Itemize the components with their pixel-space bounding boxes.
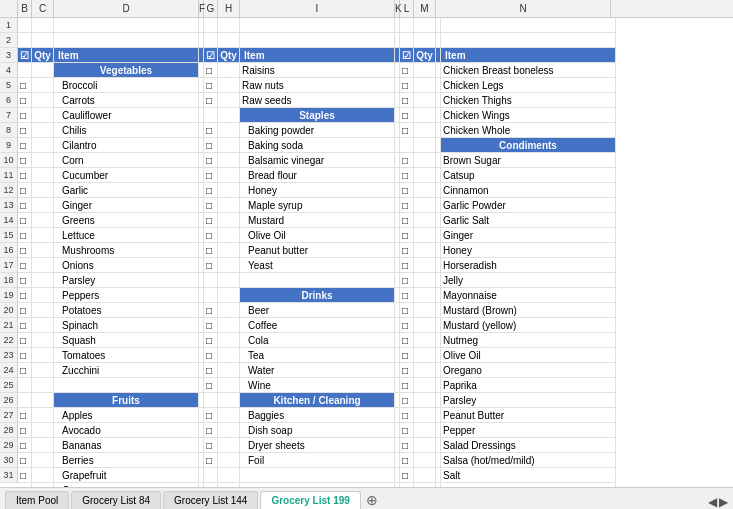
tab-bar: Item Pool Grocery List 84 Grocery List 1… bbox=[0, 487, 733, 509]
col-header-b: B bbox=[18, 0, 32, 17]
col-header-f: G bbox=[204, 0, 218, 17]
table-row: □ Avocado □ Dish soap □ Pepper bbox=[18, 423, 733, 438]
table-row: ☑ Qty Item ☑ Qty Item ☑ Qty Item bbox=[18, 48, 733, 63]
col-header-d: D bbox=[54, 0, 199, 17]
drinks-header: Drinks bbox=[240, 288, 395, 303]
table-row: □ Carrots □ Raw seeds □ Chicken Thighs bbox=[18, 93, 733, 108]
table-row: □ Garlic □ Honey □ Cinnamon bbox=[18, 183, 733, 198]
col-header-c: C bbox=[32, 0, 54, 17]
table-row: □ Spinach □ Coffee □ Mustard (yellow) bbox=[18, 318, 733, 333]
table-row: □ Tomatoes □ Tea □ Olive Oil bbox=[18, 348, 733, 363]
col2-check-header: ☑ bbox=[204, 48, 218, 63]
tab-grocery-144[interactable]: Grocery List 144 bbox=[163, 491, 258, 509]
table-row: □ Bananas □ Dryer sheets □ Salad Dressin… bbox=[18, 438, 733, 453]
col-header-l: M bbox=[414, 0, 436, 17]
table-row: □ Cauliflower Staples □ Chicken Wings bbox=[18, 108, 733, 123]
table-row: Vegetables □ Raisins □ Chicken Breast bo… bbox=[18, 63, 733, 78]
add-tab-button[interactable]: ⊕ bbox=[363, 491, 381, 509]
table-row: □ Berries □ Foil □ Salsa (hot/med/mild) bbox=[18, 453, 733, 468]
vegetables-header: Vegetables bbox=[54, 63, 199, 78]
col-header-h: I bbox=[240, 0, 395, 17]
tab-scroll-right[interactable]: ▶ bbox=[719, 495, 728, 509]
table-row: □ Peppers Drinks □ Mayonnaise bbox=[18, 288, 733, 303]
col-header-g: H bbox=[218, 0, 240, 17]
tab-grocery-84[interactable]: Grocery List 84 bbox=[71, 491, 161, 509]
table-row: □ Greens □ Mustard □ Garlic Salt bbox=[18, 213, 733, 228]
fruits-header: Fruits bbox=[54, 393, 199, 408]
table-row: □ Mushrooms □ Peanut butter □ Honey bbox=[18, 243, 733, 258]
tab-item-pool[interactable]: Item Pool bbox=[5, 491, 69, 509]
col3-check-header: ☑ bbox=[400, 48, 414, 63]
table-row: □ Ginger □ Maple syrup □ Garlic Powder bbox=[18, 198, 733, 213]
table-row: □ Wine □ Paprika bbox=[18, 378, 733, 393]
col-header-k: L bbox=[400, 0, 414, 17]
table-row: □ Apples □ Baggies □ Peanut Butter bbox=[18, 408, 733, 423]
table-row: Fruits Kitchen / Cleaning □ Parsley bbox=[18, 393, 733, 408]
table-row: □ Potatoes □ Beer □ Mustard (Brown) bbox=[18, 303, 733, 318]
spreadsheet: B C D F G H I K L M N 1 2 3 4 5 6 7 8 9 … bbox=[0, 0, 733, 509]
col1-check-header: ☑ bbox=[18, 48, 32, 63]
col3-qty-header: Qty bbox=[414, 48, 436, 63]
table-row: □ Cucumber □ Bread flour □ Catsup bbox=[18, 168, 733, 183]
tab-scroll-controls: ◀ ▶ bbox=[708, 495, 733, 509]
condiments-header: Condiments bbox=[441, 138, 616, 153]
kitchen-header: Kitchen / Cleaning bbox=[240, 393, 395, 408]
table-row: □ Cilantro □ Baking soda Condiments bbox=[18, 138, 733, 153]
col1-qty-header: Qty bbox=[32, 48, 54, 63]
col2-qty-header: Qty bbox=[218, 48, 240, 63]
table-row: □ Lettuce □ Olive Oil □ Ginger bbox=[18, 228, 733, 243]
row-numbers: 1 2 3 4 5 6 7 8 9 10 11 12 13 14 15 16 1… bbox=[0, 18, 18, 487]
tab-scroll-left[interactable]: ◀ bbox=[708, 495, 717, 509]
table-row: □ Squash □ Cola □ Nutmeg bbox=[18, 333, 733, 348]
table-row bbox=[18, 18, 733, 33]
table-row: □ Corn □ Balsamic vinegar □ Brown Sugar bbox=[18, 153, 733, 168]
table-row: □ Onions □ Yeast □ Horseradish bbox=[18, 258, 733, 273]
col1-item-header: Item bbox=[54, 48, 199, 63]
grid-rows: ☑ Qty Item ☑ Qty Item ☑ Qty Item Vegetab… bbox=[18, 18, 733, 487]
table-row: □ Chilis □ Baking powder □ Chicken Whole bbox=[18, 123, 733, 138]
col-header-n: N bbox=[436, 0, 611, 17]
col2-item-header: Item bbox=[240, 48, 395, 63]
tab-grocery-199[interactable]: Grocery List 199 bbox=[260, 491, 360, 509]
table-row: □ Grapefruit □ Salt bbox=[18, 468, 733, 483]
table-row: □ Zucchini □ Water □ Oregano bbox=[18, 363, 733, 378]
table-row: □ Parsley □ Jelly bbox=[18, 273, 733, 288]
col3-item-header: Item bbox=[441, 48, 616, 63]
staples-header: Staples bbox=[240, 108, 395, 123]
table-row: □ Broccoli □ Raw nuts □ Chicken Legs bbox=[18, 78, 733, 93]
table-row bbox=[18, 33, 733, 48]
